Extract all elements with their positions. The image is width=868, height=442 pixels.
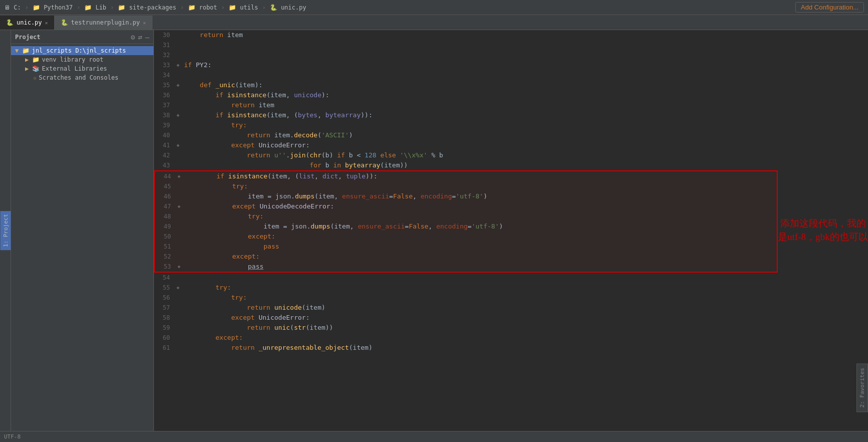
table-row: 30 return item — [154, 30, 778, 40]
table-row: 32 — [154, 50, 778, 60]
bottom-bar: UTF-8 — [0, 431, 868, 442]
table-row: 36 if isinstance(item, unicode): — [154, 90, 778, 100]
top-bar: 🖥 C: › 📁 Python37 › 📁 Lib › 📁 site-packa… — [0, 0, 868, 15]
table-row: 42 return u''.join(chr(b) if b < 128 els… — [154, 150, 778, 160]
table-row: 33 ◆ if PY2: — [154, 60, 778, 70]
breadcrumb-file: 🐍 unic.py — [270, 4, 306, 11]
table-row: 58 except UnicodeError: — [154, 313, 778, 323]
sidebar-item-venv-label: venv library root — [42, 56, 103, 63]
breadcrumb: 🖥 C: › 📁 Python37 › 📁 Lib › 📁 site-packa… — [4, 4, 306, 11]
table-row: 47 ◆ except UnicodeDecodeError: — [154, 201, 778, 211]
sidebar-toolbar: ⚙ ⇄ — — [131, 33, 149, 41]
add-configuration-button[interactable]: Add Configuration... — [795, 2, 864, 13]
sidebar-item-scratches-label: Scratches and Consoles — [39, 74, 118, 81]
sidebar-tree: ▼ 📁 jnl_scripts D:\jnl_scripts ▶ 📁 venv … — [11, 44, 153, 431]
settings-gear-icon[interactable]: ⚙ — [131, 33, 135, 41]
sync-icon[interactable]: ⇄ — [138, 33, 142, 41]
favorites-tab[interactable]: 2: Favorites — [856, 363, 868, 412]
table-row: 34 — [154, 70, 778, 80]
sidebar-item-extlib-label: External Libraries — [42, 65, 107, 72]
table-row: 37 return item — [154, 100, 778, 110]
breadcrumb-site-packages: 📁 site-packages — [118, 4, 176, 11]
table-row: 52 except: — [154, 252, 778, 262]
table-row: 35 ◆ def _unic(item): — [154, 80, 778, 90]
table-row: 60 except: — [154, 333, 778, 343]
table-row: 41 ◆ except UnicodeError: — [154, 140, 778, 150]
table-row: 55 ◆ try: — [154, 283, 778, 293]
breadcrumb-robot: 📁 robot — [188, 4, 217, 11]
sidebar: Project ⚙ ⇄ — ▼ 📁 jnl_scripts D:\jnl_scr… — [11, 30, 154, 431]
tabs-bar: 🐍 unic.py ✕ 🐍 testrunnerplugin.py ✕ — [0, 15, 868, 30]
folder-icon-scratches: ☆ — [33, 74, 37, 81]
tab-unic-py[interactable]: 🐍 unic.py ✕ — [0, 16, 55, 30]
sidebar-title: Project — [15, 34, 41, 41]
code-area: 30 return item 31 32 — [154, 30, 778, 431]
sidebar-item-scratches[interactable]: ☆ Scratches and Consoles — [11, 73, 153, 82]
right-annotation-panel: 添加这段代码，我的是utf-8，gbk的也可以 — [778, 30, 868, 431]
tab-label-unic: unic.py — [17, 19, 42, 26]
breadcrumb-utils: 📁 utils — [229, 4, 258, 11]
tab-close-unic[interactable]: ✕ — [45, 20, 48, 26]
annotation-text: 添加这段代码，我的是utf-8，gbk的也可以 — [778, 217, 868, 244]
folder-icon: ▼ 📁 — [15, 47, 30, 54]
tab-label-testrunner: testrunnerplugin.py — [71, 19, 140, 26]
code-scroll[interactable]: 30 return item 31 32 — [154, 30, 778, 431]
folder-icon-venv: ▶ 📁 — [25, 56, 40, 63]
table-row: 57 return unicode(item) — [154, 303, 778, 313]
project-tab-label[interactable]: 1: Project — [0, 211, 11, 250]
table-row: 50 except: — [154, 232, 778, 242]
table-row: 61 return _unrepresentable_object(item) — [154, 343, 778, 353]
project-side-tab[interactable]: 1: Project — [0, 30, 11, 431]
table-row: 46 item = json.dumps(item, ensure_ascii=… — [154, 191, 778, 201]
table-row: 45 try: — [154, 181, 778, 191]
breadcrumb-lib: 📁 Lib — [84, 4, 106, 11]
table-row: 49 item = json.dumps(item, ensure_ascii=… — [154, 222, 778, 232]
table-row: 48 try: — [154, 211, 778, 222]
tab-close-testrunner[interactable]: ✕ — [143, 20, 146, 26]
table-row: 44 ◆ if isinstance(item, (list, dict, tu… — [154, 170, 778, 181]
folder-icon-extlib: ▶ 📚 — [25, 65, 40, 72]
table-row: 40 return item.decode('ASCII') — [154, 130, 778, 140]
sidebar-title-bar: Project ⚙ ⇄ — — [11, 30, 153, 44]
table-row: 31 — [154, 40, 778, 50]
collapse-icon[interactable]: — — [145, 33, 149, 41]
table-row: 51 pass — [154, 242, 778, 252]
code-table: 30 return item 31 32 — [154, 30, 778, 431]
breadcrumb-python37: 📁 Python37 — [33, 4, 73, 11]
status-text: UTF-8 — [4, 433, 21, 440]
tab-testrunnerplugin[interactable]: 🐍 testrunnerplugin.py ✕ — [55, 16, 152, 30]
table-row: 38 ◆ if isinstance(item, (bytes, bytearr… — [154, 110, 778, 120]
sidebar-item-external-libraries[interactable]: ▶ 📚 External Libraries — [11, 64, 153, 73]
tab-icon-py: 🐍 — [6, 19, 14, 26]
table-row: 56 try: — [154, 293, 778, 303]
breadcrumb-c: 🖥 C: — [4, 4, 21, 11]
table-row: 54 — [154, 273, 778, 283]
sidebar-item-label: jnl_scripts D:\jnl_scripts — [32, 47, 126, 54]
main-layout: 1: Project Project ⚙ ⇄ — ▼ 📁 jnl_scripts… — [0, 30, 868, 431]
tab-icon-testrunner: 🐍 — [61, 19, 68, 26]
sidebar-item-venv[interactable]: ▶ 📁 venv library root — [11, 55, 153, 64]
sidebar-item-jnl-scripts[interactable]: ▼ 📁 jnl_scripts D:\jnl_scripts — [11, 46, 153, 55]
table-row: 43 for b in bytearray(item)) — [154, 160, 778, 170]
table-row: 39 try: — [154, 120, 778, 130]
table-row: 59 return unic(str(item)) — [154, 323, 778, 333]
table-row: 53 ◆ pass — [154, 262, 778, 273]
